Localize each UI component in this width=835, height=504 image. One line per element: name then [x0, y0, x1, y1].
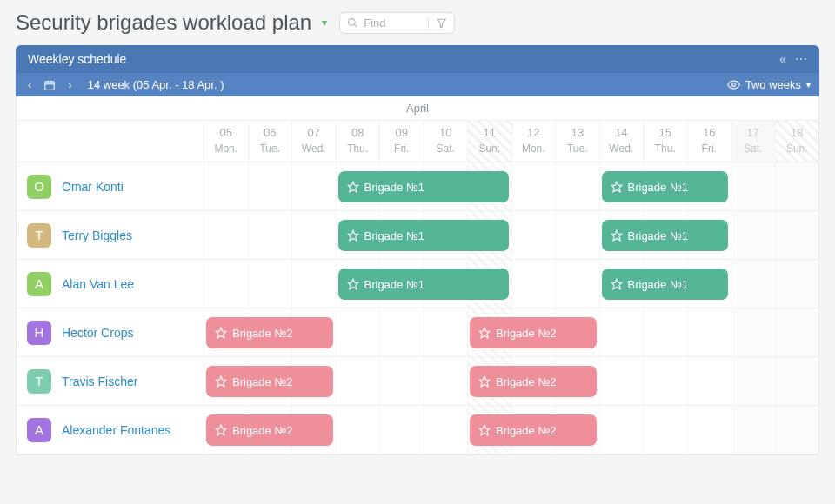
svg-marker-16	[216, 376, 226, 387]
day-cell[interactable]	[336, 308, 380, 356]
brigade-bar-label: Brigade №2	[496, 424, 557, 437]
day-cell[interactable]	[336, 406, 380, 454]
day-cell[interactable]	[775, 406, 819, 454]
day-cell[interactable]	[248, 260, 292, 308]
person-name-link[interactable]: Omar Konti	[62, 180, 124, 194]
brigade-bar[interactable]: Brigade №2	[470, 317, 597, 348]
star-icon	[347, 181, 359, 193]
day-cell[interactable]	[379, 357, 424, 405]
day-cell[interactable]	[204, 260, 248, 308]
person-name-link[interactable]: Hector Crops	[62, 326, 133, 340]
next-week-button[interactable]: ›	[64, 78, 75, 91]
schedule-row: AAlexander FontanesBrigade №2Brigade №2	[17, 406, 818, 454]
day-header: 16Fri.	[687, 121, 731, 162]
day-cell[interactable]	[204, 211, 248, 259]
day-cell[interactable]	[248, 162, 292, 210]
brigade-bar[interactable]: Brigade №2	[206, 317, 333, 348]
day-cell[interactable]	[775, 308, 819, 356]
day-header: 17Sat.	[731, 121, 775, 162]
title-dropdown-caret[interactable]: ▾	[322, 17, 327, 29]
brigade-bar[interactable]: Brigade №2	[206, 414, 333, 446]
brigade-bar-label: Brigade №2	[232, 424, 293, 437]
star-icon	[611, 229, 623, 242]
day-cell[interactable]	[731, 308, 775, 356]
day-cell[interactable]	[379, 406, 424, 454]
day-cell[interactable]	[687, 308, 731, 356]
day-cell[interactable]	[599, 406, 644, 454]
person-cell: AAlan Van Lee	[17, 260, 204, 308]
day-cell[interactable]	[248, 211, 292, 259]
person-name-link[interactable]: Alan Van Lee	[62, 277, 134, 291]
day-cell[interactable]	[731, 406, 775, 454]
day-cell[interactable]	[204, 162, 248, 210]
star-icon	[611, 181, 623, 193]
brigade-bar[interactable]: Brigade №2	[470, 366, 597, 397]
day-cell[interactable]	[731, 211, 775, 259]
search-input[interactable]	[364, 17, 416, 30]
prev-week-button[interactable]: ‹	[24, 78, 35, 91]
schedule-row: AAlan Van LeeBrigade №1Brigade №1	[17, 260, 818, 308]
person-cell: TTravis Fischer	[17, 357, 204, 405]
day-cell[interactable]	[511, 260, 556, 308]
calendar-icon[interactable]	[42, 79, 57, 91]
brigade-bar[interactable]: Brigade №1	[602, 269, 729, 300]
brigade-bar[interactable]: Brigade №1	[602, 171, 729, 202]
day-cell[interactable]	[643, 357, 687, 405]
day-cell[interactable]	[731, 162, 775, 210]
day-cell[interactable]	[424, 406, 468, 454]
brigade-bar[interactable]: Brigade №2	[206, 366, 333, 397]
person-name-link[interactable]: Travis Fischer	[62, 375, 137, 388]
day-cell[interactable]	[643, 406, 687, 454]
more-menu-icon[interactable]: ⋯	[795, 52, 807, 66]
day-cell[interactable]	[291, 260, 336, 308]
day-cell[interactable]	[291, 211, 336, 259]
search-box[interactable]	[339, 12, 455, 34]
day-cell[interactable]	[555, 260, 599, 308]
day-number: 18	[776, 126, 819, 139]
avatar: H	[27, 321, 51, 345]
day-header: 18Sun.	[775, 121, 819, 162]
person-name-link[interactable]: Alexander Fontanes	[62, 423, 170, 437]
brigade-bar[interactable]: Brigade №1	[602, 220, 729, 251]
brigade-bar[interactable]: Brigade №1	[338, 171, 509, 202]
day-cell[interactable]	[599, 357, 644, 405]
filter-icon[interactable]	[428, 17, 447, 29]
day-cell[interactable]	[731, 260, 775, 308]
day-header: 05Mon.	[204, 121, 248, 162]
day-cell[interactable]	[775, 211, 819, 259]
day-cell[interactable]	[379, 308, 424, 356]
day-cell[interactable]	[511, 211, 556, 259]
day-cell[interactable]	[555, 211, 599, 259]
day-header: 14Wed.	[599, 121, 644, 162]
avatar: A	[27, 272, 51, 296]
day-cell[interactable]	[731, 357, 775, 405]
day-cell[interactable]	[687, 357, 731, 405]
day-cell[interactable]	[511, 162, 556, 210]
eye-icon	[727, 78, 740, 91]
brigade-bar[interactable]: Brigade №1	[338, 269, 509, 300]
day-cell[interactable]	[336, 357, 380, 405]
day-cell[interactable]	[775, 162, 819, 210]
person-name-link[interactable]: Terry Biggles	[62, 229, 132, 242]
day-cell[interactable]	[599, 308, 644, 356]
brigade-bar[interactable]: Brigade №2	[470, 414, 597, 446]
day-cell[interactable]	[555, 162, 599, 210]
day-header: 08Thu.	[336, 121, 380, 162]
day-cell[interactable]	[424, 308, 468, 356]
day-number: 10	[424, 126, 468, 139]
day-cell[interactable]	[775, 357, 819, 405]
day-of-week: Tue.	[249, 143, 292, 155]
day-cell[interactable]	[643, 308, 687, 356]
day-cell[interactable]	[291, 162, 336, 210]
day-of-week: Mon.	[512, 143, 556, 155]
view-mode-dropdown[interactable]: Two weeks ▾	[727, 78, 811, 91]
week-label: 14 week (05 Apr. - 18 Apr. )	[88, 78, 224, 91]
day-cell[interactable]	[424, 357, 468, 405]
svg-marker-12	[348, 279, 358, 289]
svg-marker-8	[348, 182, 358, 192]
schedule-row: OOmar KontiBrigade №1Brigade №1	[17, 162, 818, 211]
day-cell[interactable]	[775, 260, 819, 308]
brigade-bar[interactable]: Brigade №1	[338, 220, 509, 251]
collapse-icon[interactable]: «	[779, 52, 786, 66]
day-cell[interactable]	[687, 406, 731, 454]
